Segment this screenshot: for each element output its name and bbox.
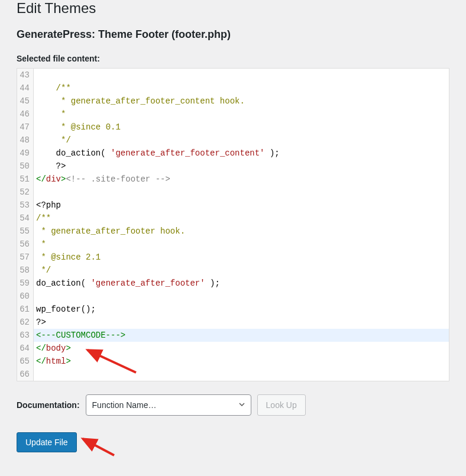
line-number: 60	[18, 290, 30, 303]
line-number: 48	[18, 134, 30, 147]
line-number: 65	[18, 355, 30, 368]
line-number: 43	[18, 69, 30, 82]
code-line[interactable]: /**	[36, 82, 449, 95]
code-line[interactable]: do_action( 'generate_after_footer' );	[36, 277, 449, 290]
code-line[interactable]: </html>	[36, 355, 449, 368]
code-line[interactable]: </body>	[36, 342, 449, 355]
line-number: 66	[18, 368, 30, 381]
code-line[interactable]: * @since 2.1	[36, 251, 449, 264]
code-line[interactable]	[36, 69, 449, 82]
code-line[interactable]: <---CUSTOMCODE--->	[34, 329, 449, 342]
code-line[interactable]: ?>	[36, 160, 449, 173]
theme-file-heading: GeneratePress: Theme Footer (footer.php)	[17, 28, 449, 41]
code-line[interactable]: *	[36, 238, 449, 251]
code-line[interactable]	[36, 368, 449, 381]
code-line[interactable]: wp_footer();	[36, 303, 449, 316]
line-number: 54	[18, 212, 30, 225]
code-content[interactable]: /** * generate_after_footer_content hook…	[34, 69, 449, 381]
documentation-label: Documentation:	[17, 400, 80, 410]
page-title: Edit Themes	[17, 0, 449, 17]
line-number: 64	[18, 342, 30, 355]
line-number: 62	[18, 316, 30, 329]
line-number: 47	[18, 121, 30, 134]
line-number: 51	[18, 173, 30, 186]
line-number: 46	[18, 108, 30, 121]
selected-file-label: Selected file content:	[17, 54, 449, 63]
line-number: 55	[18, 225, 30, 238]
code-line[interactable]: * generate_after_footer hook.	[36, 225, 449, 238]
code-line[interactable]: </div><!-- .site-footer -->	[36, 173, 449, 186]
line-number: 63	[18, 329, 30, 342]
line-number: 49	[18, 147, 30, 160]
code-line[interactable]: */	[36, 264, 449, 277]
line-number: 52	[18, 186, 30, 199]
code-editor[interactable]: 4344454647484950515253545556575859606162…	[17, 68, 449, 381]
line-number: 45	[18, 95, 30, 108]
code-line[interactable]	[36, 186, 449, 199]
line-number: 61	[18, 303, 30, 316]
lookup-button[interactable]: Look Up	[257, 394, 306, 416]
code-line[interactable]: /**	[36, 212, 449, 225]
line-number: 59	[18, 277, 30, 290]
code-line[interactable]: <?php	[36, 199, 449, 212]
line-number: 44	[18, 82, 30, 95]
code-line[interactable]: *	[36, 108, 449, 121]
line-number: 57	[18, 251, 30, 264]
line-number: 58	[18, 264, 30, 277]
code-line[interactable]: do_action( 'generate_after_footer_conten…	[36, 147, 449, 160]
code-line[interactable]: ?>	[36, 316, 449, 329]
update-file-button[interactable]: Update File	[17, 432, 77, 452]
line-number: 56	[18, 238, 30, 251]
code-line[interactable]: * @since 0.1	[36, 121, 449, 134]
line-number: 50	[18, 160, 30, 173]
documentation-select[interactable]: Function Name…	[86, 394, 251, 416]
code-line[interactable]	[36, 290, 449, 303]
code-line[interactable]: */	[36, 134, 449, 147]
line-number-gutter: 4344454647484950515253545556575859606162…	[17, 69, 34, 381]
code-line[interactable]: * generate_after_footer_content hook.	[36, 95, 449, 108]
line-number: 53	[18, 199, 30, 212]
